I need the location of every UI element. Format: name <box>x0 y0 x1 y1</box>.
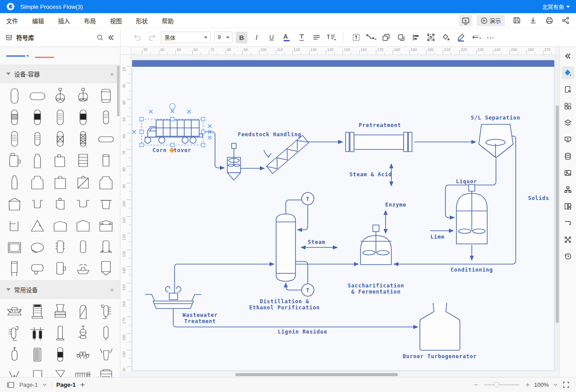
search-icon[interactable] <box>96 34 104 41</box>
drawing-viewport[interactable]: .ln{stroke:#4766b2;fill:none;stroke-widt… <box>131 55 555 371</box>
print-icon[interactable] <box>545 16 554 25</box>
close-section-icon[interactable]: × <box>110 70 114 78</box>
redo-button[interactable] <box>146 32 158 44</box>
menu-编辑[interactable]: 编辑 <box>32 18 44 25</box>
shape-basin-spray[interactable] <box>72 257 95 279</box>
shape-tank-spout[interactable] <box>49 192 72 214</box>
shape-tower-hatched[interactable] <box>26 301 49 322</box>
shape-hopper-wide[interactable] <box>95 171 117 192</box>
font-family-select[interactable]: 黑体 <box>161 32 211 43</box>
shape-reactor-agitated-2[interactable] <box>72 85 95 106</box>
italic-button[interactable]: I <box>251 32 262 44</box>
shape-twin-columns[interactable] <box>26 322 49 344</box>
diagram-canvas[interactable]: .ln{stroke:#4766b2;fill:none;stroke-widt… <box>131 55 555 371</box>
section-header-common-equipment[interactable]: 常用设备 × <box>0 280 120 299</box>
shape-column-band-grey[interactable] <box>3 106 26 128</box>
shape-bottle-small[interactable] <box>3 171 26 192</box>
shape-tank-bolted[interactable] <box>95 214 117 236</box>
shape-gas-bottle[interactable] <box>26 149 49 171</box>
preview-button[interactable] <box>459 15 472 26</box>
shape-reactor-agitated[interactable] <box>49 85 72 106</box>
shape-open-tank[interactable] <box>26 192 49 214</box>
text-style-button[interactable] <box>295 32 307 44</box>
chevron-down-icon[interactable] <box>42 382 47 387</box>
font-size-select[interactable]: 9 <box>214 32 233 43</box>
shape-pump-meter[interactable] <box>72 322 95 344</box>
shape-v-plus[interactable] <box>3 365 26 377</box>
shape-drum-lined[interactable] <box>72 149 95 171</box>
menu-文件[interactable]: 文件 <box>6 18 18 25</box>
history-icon[interactable] <box>561 250 574 263</box>
shape-open-bath[interactable] <box>72 192 95 214</box>
menu-视图[interactable]: 视图 <box>110 18 122 25</box>
section-header-equipment-containers[interactable]: 设备-容器 × <box>0 65 120 83</box>
presentation-icon[interactable] <box>561 133 574 146</box>
menu-插入[interactable]: 插入 <box>58 18 70 25</box>
shape-exchanger-grid[interactable] <box>72 365 95 377</box>
line-spacing-button[interactable] <box>325 32 337 44</box>
image-icon[interactable] <box>561 167 574 179</box>
connector-style-icon[interactable] <box>561 217 574 229</box>
shape-compressor-unit[interactable] <box>72 344 95 365</box>
shape-drum-vertical[interactable] <box>95 85 117 106</box>
collapse-rail-icon[interactable] <box>561 50 574 62</box>
shape-bag-handle[interactable] <box>49 171 72 192</box>
align-text-button[interactable] <box>310 32 322 44</box>
shape-tank-nozzle[interactable] <box>3 149 26 171</box>
shape-coil-pipes-2[interactable] <box>3 322 26 344</box>
shape-tube-bundle[interactable] <box>26 344 49 365</box>
fullscreen-icon[interactable] <box>562 381 570 388</box>
shape-column-band-black-2[interactable] <box>72 106 95 128</box>
text-tool-button[interactable] <box>350 32 362 44</box>
shape-column-simple[interactable] <box>49 322 72 344</box>
line-color-button[interactable] <box>455 32 467 44</box>
download-icon[interactable] <box>529 16 537 25</box>
shape-tank-square-nozzle[interactable] <box>49 149 72 171</box>
shape-column-x[interactable] <box>49 128 72 149</box>
sidebar-scrollbar[interactable] <box>117 65 120 116</box>
menu-帮助[interactable]: 帮助 <box>162 18 174 25</box>
present-button[interactable]: 演示 <box>477 15 505 26</box>
shape-tank-legs[interactable] <box>3 257 26 279</box>
distribute-nodes-icon[interactable] <box>561 233 574 246</box>
menu-形状[interactable]: 形状 <box>136 18 148 25</box>
shape-crusher-wide[interactable] <box>3 301 26 322</box>
shape-hopper-pointed[interactable] <box>95 257 117 279</box>
shape-drum-ticks[interactable] <box>49 236 72 257</box>
fill-style-tool-icon[interactable] <box>561 66 574 79</box>
shape-capsule-horizontal[interactable] <box>95 128 117 149</box>
chevron-down-icon[interactable] <box>553 382 558 387</box>
shape-framed-box[interactable] <box>3 236 26 257</box>
shape-column-packed-dotted[interactable] <box>49 106 72 128</box>
underline-button[interactable]: U <box>266 32 277 44</box>
save-icon[interactable] <box>513 16 521 25</box>
layers-icon[interactable] <box>561 116 574 129</box>
shape-flask-wide[interactable] <box>26 171 49 192</box>
undo-button[interactable] <box>131 32 143 44</box>
shape-cup-trapezoid[interactable] <box>95 192 117 214</box>
shape-roof-tank[interactable] <box>3 192 26 214</box>
page-settings-icon[interactable] <box>561 83 574 96</box>
close-section-icon[interactable]: × <box>110 286 114 294</box>
zoom-in-button[interactable]: + <box>525 381 529 389</box>
canvas-horizontal-scrollbar[interactable] <box>131 371 555 377</box>
shape-column-double-x[interactable] <box>72 128 95 149</box>
page-selector[interactable]: Page-1 <box>19 381 38 388</box>
shape-open-box[interactable] <box>3 214 26 236</box>
shape-box-stand[interactable] <box>26 365 49 377</box>
shape-v-trapezoid[interactable] <box>95 344 117 365</box>
recent-line-shape[interactable] <box>6 55 29 57</box>
components-grid-icon[interactable] <box>561 100 574 113</box>
shape-column-black-mid[interactable] <box>49 344 72 365</box>
node-pretreatment[interactable] <box>346 132 412 152</box>
add-page-button[interactable]: + <box>80 381 85 389</box>
org-structure-icon[interactable] <box>561 183 574 196</box>
shape-ellipse-tank[interactable] <box>26 236 49 257</box>
shape-capsule-pin[interactable] <box>3 344 26 365</box>
zoom-out-button[interactable]: − <box>474 381 478 389</box>
shape-tank-horizontal[interactable] <box>26 85 49 106</box>
shape-vessel-rounded[interactable] <box>3 85 26 106</box>
shape-square-diagonal[interactable] <box>72 171 95 192</box>
shape-triangle-vessel[interactable] <box>26 214 49 236</box>
shape-cylinder-small[interactable] <box>95 149 117 171</box>
